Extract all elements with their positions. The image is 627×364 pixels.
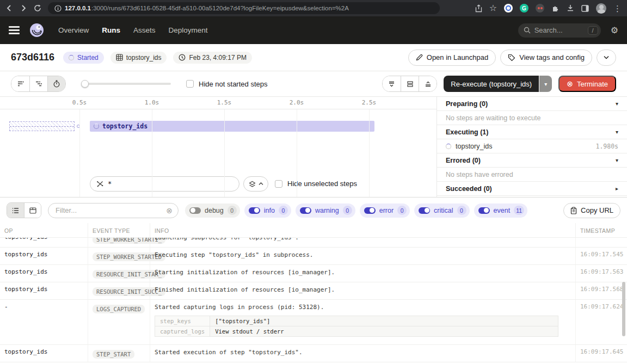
panel-section-header[interactable]: Succeeded (0)▸ bbox=[437, 182, 627, 196]
nav-item-overview[interactable]: Overview bbox=[58, 26, 89, 34]
column-header-timestamp: TIMESTAMP bbox=[576, 223, 627, 237]
log-level-pill-debug[interactable]: debug0 bbox=[185, 203, 240, 218]
log-scrollbar-thumb[interactable] bbox=[622, 282, 625, 336]
log-row[interactable]: topstory_idsSTEP_WORKER_STARTEDExecuting… bbox=[0, 248, 627, 265]
slider-knob[interactable] bbox=[81, 80, 89, 88]
copy-url-button[interactable]: Copy URL bbox=[563, 203, 620, 218]
log-info-text: Starting initialization of resources [io… bbox=[155, 268, 571, 277]
gantt-section: 0.5s1.0s1.5s2.0s2.5s topstory_ids * Hide… bbox=[0, 96, 627, 198]
log-structured-view-button[interactable] bbox=[24, 203, 41, 218]
share-icon[interactable] bbox=[475, 4, 482, 13]
reexecute-button[interactable]: Re-execute (topstory_ids) bbox=[444, 76, 539, 92]
gantt-flat-view-button[interactable] bbox=[11, 76, 29, 91]
expand-rows-button[interactable] bbox=[401, 76, 419, 91]
gantt-waterfall-view-button[interactable] bbox=[29, 76, 47, 91]
reexecute-split-button: Re-execute (topstory_ids) ▾ bbox=[444, 76, 552, 92]
clear-filter-icon[interactable]: ⊗ bbox=[166, 207, 173, 214]
spinner-icon bbox=[446, 144, 451, 149]
panel-step-duration: 1.980s bbox=[595, 143, 618, 150]
terminate-x-icon: ⊗ bbox=[567, 80, 573, 88]
timeline-tick: 1.0s bbox=[145, 99, 159, 106]
gantt-timed-view-button[interactable] bbox=[47, 76, 65, 91]
extension-grammarly-icon[interactable]: G bbox=[520, 4, 528, 13]
metadata-key: captured_logs bbox=[155, 326, 210, 336]
browser-forward-icon[interactable] bbox=[20, 4, 27, 12]
log-op-cell: topstory_ids bbox=[0, 248, 88, 264]
op-selector-icon bbox=[96, 180, 104, 188]
metadata-link[interactable]: View stdout / stderr bbox=[210, 326, 558, 336]
gantt-zoom-slider[interactable] bbox=[81, 80, 171, 88]
panel-step-row[interactable]: topstory_ids1.980s bbox=[437, 139, 627, 153]
log-row[interactable]: topstory_idsRESOURCE_INIT_STAR_Starting … bbox=[0, 265, 627, 282]
run-timestamp: Feb 23, 4:09:17 PM bbox=[173, 52, 251, 64]
log-level-pill-error[interactable]: error0 bbox=[360, 203, 410, 218]
run-status-badge: Started bbox=[63, 52, 104, 64]
panel-section-header[interactable]: Executing (1)▾ bbox=[437, 125, 627, 139]
hamburger-menu-icon[interactable] bbox=[9, 26, 20, 34]
log-row[interactable]: -LOGS_CAPTUREDStarted capturing logs in … bbox=[0, 300, 627, 345]
bookmark-star-icon[interactable]: ☆ bbox=[489, 4, 497, 13]
nav-item-runs[interactable]: Runs bbox=[102, 26, 120, 34]
log-info-cell: Finished initialization of resources [io… bbox=[150, 282, 576, 299]
extension-recorder-icon[interactable] bbox=[536, 4, 544, 13]
timeline-gridline bbox=[79, 109, 80, 197]
log-timestamp-cell: 16:09:17.568 bbox=[576, 282, 627, 299]
profile-avatar[interactable] bbox=[596, 3, 606, 14]
nav-item-deployment[interactable]: Deployment bbox=[169, 26, 208, 34]
gantt-step-bar[interactable]: topstory_ids bbox=[90, 121, 374, 132]
extensions-puzzle-icon[interactable] bbox=[551, 4, 560, 13]
step-selector-value: * bbox=[108, 180, 112, 188]
global-search[interactable]: Search... / bbox=[518, 23, 601, 38]
settings-gear-icon[interactable]: ⚙ bbox=[611, 26, 618, 35]
browser-back-icon[interactable] bbox=[5, 4, 13, 12]
terminate-button[interactable]: ⊗ Terminate bbox=[558, 76, 616, 92]
log-filter-placeholder: Filter... bbox=[56, 206, 166, 214]
log-level-pill-warning[interactable]: warning0 bbox=[296, 203, 355, 218]
chevron-down-icon: ▾ bbox=[616, 129, 618, 135]
step-selector-input[interactable]: * bbox=[90, 176, 239, 192]
log-op-cell: topstory_ids bbox=[0, 238, 88, 247]
url-bar[interactable]: 127.0.0.1:3000/runs/673d6116-0528-45df-a… bbox=[48, 2, 440, 14]
extension-1password-icon[interactable] bbox=[504, 4, 513, 13]
log-list-view-button[interactable] bbox=[7, 203, 24, 218]
log-level-pill-event[interactable]: event11 bbox=[474, 203, 528, 218]
log-row[interactable]: topstory_idsSTEP_WORKER_STARTI_Launching… bbox=[0, 238, 627, 248]
step-layers-button[interactable] bbox=[243, 176, 268, 192]
panel-section-header[interactable]: Errored (0)▾ bbox=[437, 153, 627, 168]
log-level-pill-critical[interactable]: critical0 bbox=[414, 203, 469, 218]
job-tag[interactable]: topstory_ids bbox=[110, 52, 167, 64]
dagster-logo[interactable] bbox=[29, 23, 44, 38]
panel-section-header[interactable]: Preparing (0)▾ bbox=[437, 97, 627, 111]
browser-reload-icon[interactable] bbox=[34, 4, 41, 12]
open-in-launchpad-button[interactable]: Open in Launchpad bbox=[408, 50, 496, 66]
reexecute-dropdown-button[interactable]: ▾ bbox=[539, 76, 552, 92]
log-row[interactable]: topstory_idsRESOURCE_INIT_SUCC_Finished … bbox=[0, 282, 627, 300]
tag-icon bbox=[508, 54, 515, 61]
run-header: 673d6116 Started topstory_ids Feb 23, 4:… bbox=[0, 44, 627, 71]
panel-empty-text: No steps are waiting to execute bbox=[437, 111, 627, 125]
nav-item-assets[interactable]: Assets bbox=[133, 26, 156, 34]
log-row[interactable]: topstory_idsSTEP_STARTStarted execution … bbox=[0, 345, 627, 362]
downloads-icon[interactable] bbox=[567, 4, 574, 12]
hide-unselected-checkbox[interactable] bbox=[275, 180, 282, 188]
run-actions-chevron-button[interactable] bbox=[597, 50, 616, 66]
log-level-count: 0 bbox=[343, 206, 352, 215]
clock-icon bbox=[179, 54, 186, 61]
event-type-badge: LOGS_CAPTURED bbox=[93, 305, 145, 313]
metadata-key: step_keys bbox=[155, 316, 210, 326]
sidebar-toggle-icon[interactable] bbox=[581, 5, 589, 12]
timeline-gridline bbox=[369, 109, 370, 197]
log-level-pill-info[interactable]: info0 bbox=[244, 203, 291, 218]
view-tags-config-button[interactable]: View tags and config bbox=[500, 50, 592, 66]
log-filter-input[interactable]: Filter... ⊗ bbox=[48, 203, 179, 218]
hide-not-started-label: Hide not started steps bbox=[199, 80, 267, 88]
gantt-toolbar: Hide not started steps Re-execute (topst… bbox=[0, 71, 627, 96]
log-info-cell: Launching subprocess for "topstory_ids". bbox=[150, 238, 576, 247]
browser-menu-icon[interactable]: ⋮ bbox=[613, 4, 622, 13]
toggle-on bbox=[478, 207, 490, 214]
site-info-icon[interactable] bbox=[54, 5, 62, 12]
collapse-up-button[interactable] bbox=[419, 76, 437, 91]
collapse-rows-button[interactable] bbox=[383, 76, 401, 91]
hide-not-started-checkbox[interactable] bbox=[186, 80, 194, 88]
timeline-gridline bbox=[152, 109, 152, 197]
